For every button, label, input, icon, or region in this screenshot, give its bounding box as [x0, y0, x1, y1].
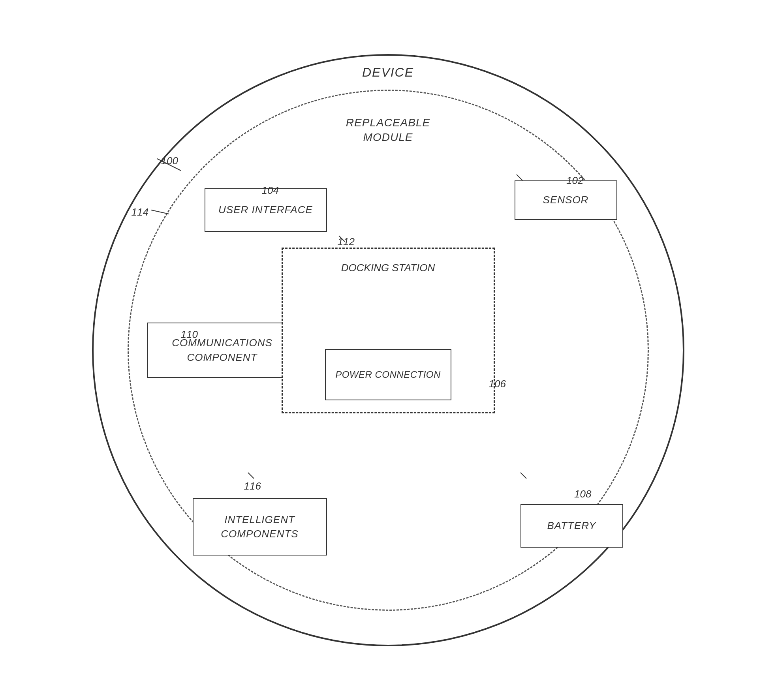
- ref-110: 110: [181, 328, 198, 341]
- sensor-box: SENSOR: [515, 180, 617, 220]
- device-label: DEVICE: [362, 65, 414, 80]
- ref-112: 112: [338, 236, 355, 248]
- ref-104: 104: [262, 184, 279, 197]
- power-connection-box: POWER CONNECTION: [325, 349, 451, 400]
- docking-station-label: DOCKING STATION: [341, 261, 435, 275]
- replaceable-module-label: REPLACEABLE MODULE: [346, 115, 430, 145]
- ref-116: 116: [244, 480, 261, 492]
- ref-108: 108: [574, 488, 591, 500]
- docking-station-outer: DOCKING STATION POWER CONNECTION: [282, 248, 495, 413]
- intelligent-components-box: INTELLIGENT COMPONENTS: [193, 498, 327, 555]
- ref-106: 106: [489, 378, 506, 390]
- diagram-container: DEVICE REPLACEABLE MODULE 100 114 USER I…: [92, 54, 684, 646]
- communications-component-box: COMMUNICATIONS COMPONENT: [147, 323, 297, 378]
- ref-114: 114: [132, 206, 148, 218]
- ref-102: 102: [566, 175, 583, 187]
- battery-box: BATTERY: [520, 504, 623, 548]
- ref-100: 100: [161, 155, 178, 167]
